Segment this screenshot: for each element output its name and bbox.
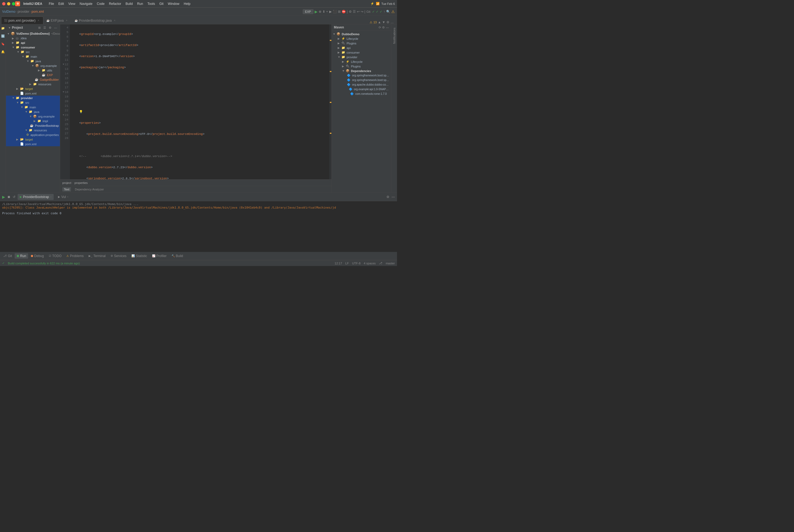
breadcrumb-pomxml[interactable]: pom.xml [32,10,44,14]
code-content[interactable]: <groupId>org.example</groupId> <artifact… [70,24,329,179]
tree-consumer-java[interactable]: ▼ 📁 java [6,59,60,63]
more-options[interactable]: … [390,20,394,24]
btn-terminal[interactable]: ▶_ Terminal [87,253,108,259]
btn-todo[interactable]: ☑ TODO [47,253,64,259]
run-minimize[interactable]: — [392,195,395,199]
btn-problems[interactable]: ⚠ Problems [64,253,86,259]
toolbar-btn11[interactable]: ↪ [361,10,364,14]
maven-dep-5[interactable]: 🔷 com.rometools:rome:1.7.0 [332,92,391,96]
tab-pomxml[interactable]: ⬛ pom.xml (provider) × [1,17,43,24]
tree-gadgetbuilder[interactable]: ☕ GadgetBuilder [6,77,60,82]
run-play-btn[interactable]: ▶ [2,195,5,199]
notification-icon[interactable]: ⚠ [391,10,395,14]
maven-refresh[interactable]: ⟳ [378,26,381,29]
tree-vuldemo[interactable]: ▼ 📦 VulDemo [DubboDemo] ~/Documents/pppR [6,31,60,36]
menu-refactor[interactable]: Refactor [107,1,123,6]
tab-close-pomxml[interactable]: × [37,19,40,22]
settings-icon[interactable]: ⚙ [386,20,389,24]
encoding[interactable]: UTF-8 [352,262,361,265]
exp-button[interactable]: EXP [303,9,314,14]
fullscreen-window-button[interactable] [12,2,15,5]
search-everywhere[interactable]: 🔍 [386,10,390,14]
close-window-button[interactable] [2,2,5,5]
maven-provider-lc[interactable]: ▶ ⚡ Lifecycle [332,59,391,64]
tree-impl[interactable]: ▶ 📁 impl [6,119,60,123]
maven-dep-4[interactable]: 🔷 org.example:api:1.0-SNAPSHOT [332,87,391,92]
maven-dep-3[interactable]: 🔷 org.apache.dubbo:dubbo-common:2.7.23 [332,82,391,87]
btn-services[interactable]: ⚙ Services [108,253,129,259]
btn-debug[interactable]: Debug [29,253,46,259]
toolbar-btn6[interactable]: ⊞ [338,10,340,14]
breadcrumb-vuldemo[interactable]: VulDemo [2,10,16,14]
tree-provider-target[interactable]: ▶ 📂 target [6,137,60,142]
run-stop-btn[interactable]: ⏹ [7,195,11,199]
tree-exp[interactable]: ☕ EXP [6,73,60,77]
menu-code[interactable]: Code [95,1,107,6]
tab-close-exp[interactable]: × [65,19,69,22]
tab-dep-analyzer[interactable]: Dependency Analyzer [73,187,106,191]
tree-org-example[interactable]: ▼ 📦 org.example [6,63,60,68]
tab-providerbootstrap[interactable]: ☕ ProviderBootstrap.java × [72,17,119,24]
tree-providerbootstrap[interactable]: ☕ ProviderBootstrap [6,123,60,128]
btn-git[interactable]: ⎇ Git [1,253,14,259]
tree-utils[interactable]: ▶ 📁 utils [6,68,60,73]
menu-file[interactable]: File [47,1,56,6]
run-settings[interactable]: ⚙ [386,195,389,199]
navigate-up[interactable]: ▲ [378,20,381,24]
tree-consumer-target[interactable]: ▶ 📂 target [6,87,60,91]
menu-window[interactable]: Window [166,1,182,6]
maven-dep-1[interactable]: 🔷 org.springframework.boot:spring-boot-s… [332,73,391,78]
menu-help[interactable]: Help [182,1,193,6]
btn-run[interactable]: Run [15,253,28,259]
tree-provider-java[interactable]: ▼ 📁 java [6,110,60,114]
sidebar-icon-4[interactable]: — [53,25,58,30]
run-rerun-btn[interactable]: ↺ [13,195,16,199]
tree-consumer-pom[interactable]: 📄 pom.xml [6,91,60,96]
project-icon[interactable]: 📁 [1,25,5,31]
run-tab-vul[interactable]: ▶ Vul × [56,194,71,200]
git-branch[interactable]: master [386,262,395,265]
editor-scrollbar[interactable] [329,24,331,179]
menu-git[interactable]: Git [157,1,166,6]
run-button[interactable]: ▶ [315,10,318,14]
tree-idea[interactable]: ▶ 🗂 .idea [6,36,60,40]
strip-notifications[interactable]: Notifications [392,25,396,46]
bc-project[interactable]: project [62,181,71,185]
tab-text[interactable]: Text [62,187,71,191]
toolbar-btn5[interactable]: ⬛ [333,10,337,14]
sidebar-icon-1[interactable]: ⊞ [37,25,41,30]
maven-dubbodemo[interactable]: ▼ 📦 DubboDemo [332,32,391,36]
toolbar-btn4[interactable]: ▶ [329,10,332,14]
run-tab-providerbootstrap[interactable]: ▶ ProviderBootstrap × [18,194,54,200]
btn-profiler[interactable]: 📈 Profiler [150,253,169,259]
menu-app[interactable]: IntelliJ IDEA [21,1,44,6]
menu-run[interactable]: Run [135,1,145,6]
fold-18[interactable]: ▼ [62,90,64,95]
fold-23[interactable]: ▼ [62,113,64,117]
run-tab-close-2[interactable]: × [67,195,68,198]
toolbar-btn8[interactable]: ⚙ [349,10,352,14]
tree-app-properties[interactable]: ⚙ application.properties [6,132,60,137]
sidebar-icon-3[interactable]: ⚙ [48,25,52,30]
minimize-window-button[interactable] [7,2,10,5]
notification-strip-icon[interactable]: 🔔 [1,49,5,55]
menu-edit[interactable]: Edit [56,1,66,6]
run-tab-close-1[interactable]: × [50,195,52,198]
toolbar-btn1[interactable]: ⊕ [319,10,321,14]
toolbar-btn9[interactable]: ☰ [353,10,356,14]
bookmark-icon[interactable]: 🔖 [1,41,5,47]
tree-provider-main[interactable]: ▼ 📁 main [6,105,60,110]
menu-view[interactable]: View [66,1,77,6]
indent[interactable]: 4 spaces [364,262,375,265]
structure-icon[interactable]: 🔣 [1,33,5,39]
maven-provider-deps[interactable]: ▼ 📦 Dependencies [332,69,391,73]
tree-provider[interactable]: ▼ 📁 provider [6,96,60,100]
btn-build[interactable]: 🔨 Build [169,253,185,259]
line-col[interactable]: 12:17 [335,262,342,265]
sidebar-icon-2[interactable]: ☰ [42,25,47,30]
navigate-down[interactable]: ▼ [382,20,385,24]
tree-consumer-main[interactable]: ▼ 📁 main [6,54,60,59]
tree-consumer[interactable]: ▼ 📁 consumer [6,45,60,50]
git-branch-icon[interactable]: ⎇ [379,261,382,265]
tab-exp[interactable]: ☕ EXP.java × [43,17,72,24]
